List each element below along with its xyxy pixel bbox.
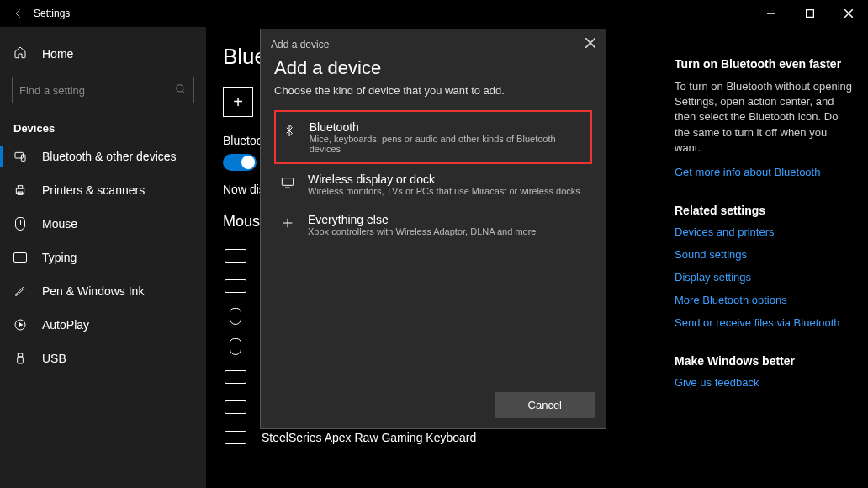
option-title: Bluetooth — [310, 120, 585, 134]
bluetooth-icon — [281, 122, 298, 139]
sidebar-item-printers[interactable]: Printers & scanners — [0, 173, 206, 207]
option-desc: Xbox controllers with Wireless Adaptor, … — [308, 226, 536, 236]
plus-icon — [279, 215, 296, 231]
svg-rect-8 — [18, 353, 22, 357]
keyboard-icon — [223, 429, 248, 446]
close-button[interactable] — [829, 0, 868, 27]
add-device-dialog: Add a device Add a device Choose the kin… — [260, 29, 606, 429]
keyboard-icon — [13, 251, 27, 264]
pen-icon — [13, 284, 27, 298]
option-bluetooth[interactable]: Bluetooth Mice, keyboards, pens or audio… — [274, 110, 592, 164]
option-title: Everything else — [308, 213, 536, 226]
dialog-subtitle: Choose the kind of device that you want … — [274, 84, 592, 97]
sidebar-home[interactable]: Home — [0, 37, 206, 70]
home-icon — [13, 45, 27, 61]
keyboard-icon — [223, 399, 248, 416]
devices-icon — [13, 150, 27, 163]
svg-rect-0 — [807, 10, 814, 18]
option-wireless-display[interactable]: Wireless display or dock Wireless monito… — [274, 164, 592, 204]
sidebar-item-label: Pen & Windows Ink — [42, 284, 144, 298]
autoplay-icon — [13, 318, 27, 332]
link-bluetooth-info[interactable]: Get more info about Bluetooth — [675, 166, 855, 178]
svg-rect-9 — [18, 357, 24, 363]
dialog-header-title: Add a device — [271, 39, 329, 50]
monitor-icon — [279, 174, 296, 191]
keyboard-icon — [223, 369, 248, 385]
sidebar-item-bluetooth[interactable]: Bluetooth & other devices — [0, 140, 206, 173]
usb-icon — [13, 352, 27, 365]
keyboard-icon — [223, 247, 248, 264]
device-label: SteelSeries Apex Raw Gaming Keyboard — [262, 431, 476, 444]
link-sound-settings[interactable]: Sound settings — [675, 248, 855, 261]
sidebar-item-label: USB — [42, 352, 66, 365]
option-everything-else[interactable]: Everything else Xbox controllers with Wi… — [274, 204, 592, 245]
minimize-button[interactable] — [752, 0, 791, 27]
svg-rect-4 — [16, 188, 24, 193]
link-devices-printers[interactable]: Devices and printers — [675, 225, 855, 238]
svg-rect-2 — [15, 152, 23, 158]
search-icon — [175, 83, 187, 98]
bluetooth-toggle[interactable] — [223, 154, 257, 171]
option-desc: Wireless monitors, TVs or PCs that use M… — [308, 186, 580, 196]
link-display-settings[interactable]: Display settings — [675, 271, 855, 284]
sidebar-item-label: AutoPlay — [42, 318, 89, 332]
mouse-icon — [223, 338, 248, 355]
cancel-button[interactable]: Cancel — [495, 392, 595, 418]
link-feedback[interactable]: Give us feedback — [675, 376, 855, 389]
sidebar-item-mouse[interactable]: Mouse — [0, 207, 206, 241]
sidebar-item-usb[interactable]: USB — [0, 342, 206, 375]
sidebar-item-autoplay[interactable]: AutoPlay — [0, 308, 206, 342]
svg-rect-5 — [18, 186, 22, 188]
sidebar-item-typing[interactable]: Typing — [0, 241, 206, 274]
right-heading-1: Turn on Bluetooth even faster — [675, 57, 855, 71]
sidebar-heading: Devices — [0, 110, 206, 140]
sidebar-home-label: Home — [42, 47, 73, 61]
option-desc: Mice, keyboards, pens or audio and other… — [310, 134, 585, 154]
link-send-receive[interactable]: Send or receive files via Bluetooth — [675, 316, 855, 329]
right-text-1: To turn on Bluetooth without opening Set… — [675, 79, 855, 156]
mouse-icon — [13, 217, 27, 231]
option-title: Wireless display or dock — [308, 172, 580, 186]
link-more-bluetooth[interactable]: More Bluetooth options — [675, 294, 855, 306]
printer-icon — [13, 183, 27, 197]
right-heading-3: Make Windows better — [675, 354, 855, 368]
right-column: Turn on Bluetooth even faster To turn on… — [675, 27, 868, 488]
sidebar-item-label: Typing — [42, 251, 77, 264]
sidebar-item-pen[interactable]: Pen & Windows Ink — [0, 274, 206, 308]
sidebar-item-label: Bluetooth & other devices — [42, 150, 177, 163]
sidebar: Home Find a setting Devices Bluetooth & … — [0, 27, 206, 488]
sidebar-item-label: Mouse — [42, 217, 77, 231]
svg-point-1 — [177, 84, 183, 91]
dialog-title: Add a device — [274, 57, 592, 79]
right-heading-2: Related settings — [675, 204, 855, 217]
back-button[interactable] — [8, 3, 29, 24]
search-input[interactable]: Find a setting — [12, 77, 194, 103]
svg-rect-10 — [282, 178, 293, 186]
window-title: Settings — [34, 8, 70, 19]
keyboard-icon — [223, 278, 248, 294]
close-icon[interactable] — [585, 38, 595, 50]
search-placeholder: Find a setting — [19, 84, 85, 97]
maximize-button[interactable] — [791, 0, 829, 27]
mouse-icon — [223, 308, 248, 325]
titlebar: Settings — [0, 0, 868, 27]
plus-icon: + — [223, 87, 253, 117]
sidebar-item-label: Printers & scanners — [42, 183, 145, 197]
